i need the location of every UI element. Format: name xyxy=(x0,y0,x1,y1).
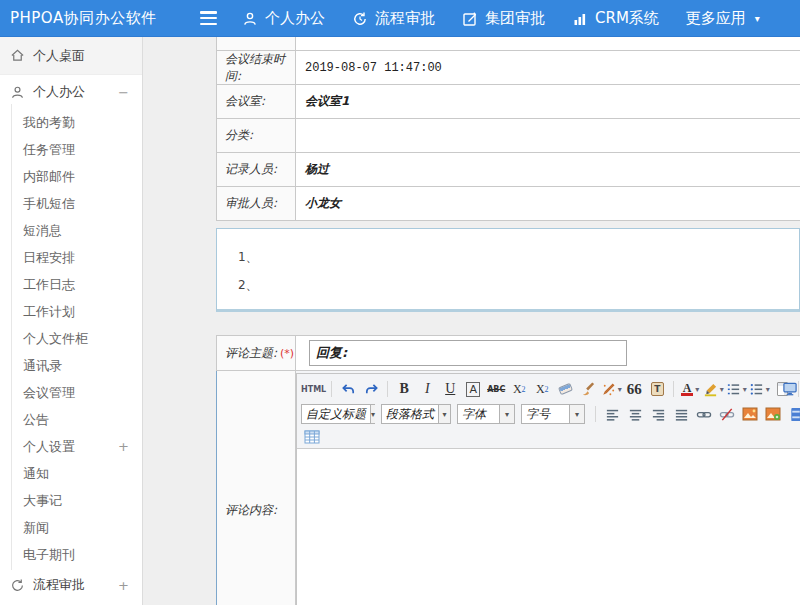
caret-down-icon: ▾ xyxy=(499,405,514,423)
align-justify-icon[interactable] xyxy=(670,404,692,424)
fullscreen-icon[interactable] xyxy=(779,378,800,398)
align-right-icon[interactable] xyxy=(647,404,669,424)
nav-personal-office[interactable]: 个人办公 xyxy=(242,9,325,28)
insert-link-icon[interactable] xyxy=(693,404,715,424)
insert-table-icon[interactable] xyxy=(301,427,323,447)
nav-label: CRM系统 xyxy=(595,9,659,28)
sidebar-item-announcement[interactable]: 公告 xyxy=(0,406,142,433)
caret-down-icon: ▾ xyxy=(569,405,584,423)
blockquote-button[interactable]: 66 xyxy=(623,379,645,399)
sidebar-item-label: 大事记 xyxy=(23,492,62,510)
sidebar-item-workflow-approval[interactable]: 流程审批 + xyxy=(0,568,142,602)
sidebar-item-personal-file-cabinet[interactable]: 个人文件柜 xyxy=(0,325,142,352)
font-color-button[interactable]: A▾ xyxy=(679,379,701,399)
insert-image-icon[interactable] xyxy=(739,404,761,424)
align-left-icon[interactable] xyxy=(601,404,623,424)
format-brush-icon[interactable] xyxy=(577,379,599,399)
field-value: 2019-08-07 11:47:00 xyxy=(296,51,800,84)
eraser-icon[interactable] xyxy=(554,379,576,399)
toolbar-row-1: HTML B I U A ABC X2 X2 xyxy=(301,377,800,401)
toolbar-separator xyxy=(387,381,388,397)
nav-label: 更多应用 xyxy=(686,9,746,28)
sidebar-item-work-plan[interactable]: 工作计划 xyxy=(0,298,142,325)
app-logo[interactable]: PHPOA协同办公软件 xyxy=(10,0,157,37)
person-icon xyxy=(242,11,258,27)
undo-icon[interactable] xyxy=(337,379,359,399)
strikethrough-button[interactable]: ABC xyxy=(485,379,507,399)
html-source-button[interactable]: HTML xyxy=(301,379,326,399)
toolbar-row-2: 自定义标题▾ 段落格式▾ 字体▾ 字号▾ xyxy=(301,401,800,427)
underline-button[interactable]: U xyxy=(439,379,461,399)
caret-down-icon: ▾ xyxy=(618,385,622,394)
sidebar-item-label: 电子期刊 xyxy=(23,546,75,564)
editor-content-area[interactable] xyxy=(297,449,800,605)
field-value: 杨过 xyxy=(296,153,800,186)
unordered-list-icon[interactable]: ▾ xyxy=(748,379,770,399)
bold-button[interactable]: B xyxy=(393,379,415,399)
sidebar-item-e-journal[interactable]: 电子期刊 xyxy=(0,541,142,568)
nav-crm-system[interactable]: CRM系统 xyxy=(572,9,659,28)
font-size-select[interactable]: 字号▾ xyxy=(521,404,585,424)
italic-button[interactable]: I xyxy=(416,379,438,399)
table-row-approver: 审批人员: 小龙女 xyxy=(216,187,800,221)
sidebar-item-meeting-management[interactable]: 会议管理 xyxy=(0,379,142,406)
font-style-button[interactable]: A xyxy=(462,379,484,399)
field-value xyxy=(296,336,800,370)
collapse-icon[interactable]: − xyxy=(118,85,129,100)
sidebar-item-task-management[interactable]: 任务管理 xyxy=(0,136,142,163)
paragraph-format-select[interactable]: 段落格式▾ xyxy=(381,404,451,424)
sidebar-item-internal-mail[interactable]: 内部邮件 xyxy=(0,163,142,190)
sidebar-item-mobile-sms[interactable]: 手机短信 xyxy=(0,190,142,217)
hamburger-menu-icon[interactable] xyxy=(200,11,217,25)
sidebar-item-short-message[interactable]: 短消息 xyxy=(0,217,142,244)
sidebar-item-personal-desktop[interactable]: 个人桌面 xyxy=(0,37,142,75)
align-center-icon[interactable] xyxy=(624,404,646,424)
sidebar-item-label: 公告 xyxy=(23,411,49,429)
sidebar-item-notification[interactable]: 通知 xyxy=(0,460,142,487)
sidebar-item-my-attendance[interactable]: 我的考勤 xyxy=(0,109,142,136)
paste-from-word-icon[interactable]: T xyxy=(646,379,668,399)
sidebar-item-personal-office[interactable]: 个人办公 − xyxy=(0,75,142,109)
nav-workflow-approval[interactable]: 流程审批 xyxy=(352,9,435,28)
table-row-meeting-end-time: 会议结束时间: 2019-08-07 11:47:00 xyxy=(216,51,800,85)
toolbar-separator xyxy=(595,406,596,422)
sidebar: 个人桌面 个人办公 − 我的考勤 任务管理 内部邮件 手机短信 短消息 日程安排… xyxy=(0,37,143,605)
superscript-button[interactable]: X2 xyxy=(508,379,530,399)
insert-media-icon[interactable] xyxy=(785,404,800,424)
expand-icon[interactable]: + xyxy=(118,578,129,593)
sidebar-item-personal-settings[interactable]: 个人设置 + xyxy=(0,433,142,460)
sidebar-item-work-log[interactable]: 工作日志 xyxy=(0,271,142,298)
caret-down-icon: ▾ xyxy=(755,13,760,24)
comment-subject-label: 评论主题: xyxy=(225,345,277,362)
comment-subject-input[interactable] xyxy=(309,340,627,366)
ordered-list-icon[interactable]: ▾ xyxy=(725,379,747,399)
home-icon xyxy=(10,48,25,63)
highlight-color-icon[interactable]: ▾ xyxy=(702,379,724,399)
caret-down-icon: ▾ xyxy=(438,405,450,423)
sidebar-item-memorabilia[interactable]: 大事记 xyxy=(0,487,142,514)
insert-flash-icon[interactable] xyxy=(762,404,784,424)
nav-more-apps[interactable]: 更多应用 ▾ xyxy=(686,9,760,28)
expand-icon[interactable]: + xyxy=(118,439,129,454)
nav-label: 集团审批 xyxy=(485,9,545,28)
table-row-partial xyxy=(216,37,800,51)
sidebar-item-label: 通讯录 xyxy=(23,357,62,375)
caret-down-icon: ▾ xyxy=(695,385,699,394)
nav-group-approval[interactable]: 集团审批 xyxy=(462,9,545,28)
heading-select[interactable]: 自定义标题▾ xyxy=(301,404,375,424)
sidebar-item-contacts[interactable]: 通讯录 xyxy=(0,352,142,379)
content-line: 2、 xyxy=(238,271,799,299)
font-family-select[interactable]: 字体▾ xyxy=(457,404,515,424)
remove-link-icon[interactable] xyxy=(716,404,738,424)
sidebar-item-schedule[interactable]: 日程安排 xyxy=(0,244,142,271)
subscript-button[interactable]: X2 xyxy=(531,379,553,399)
sidebar-item-label: 流程审批 xyxy=(33,576,85,594)
sidebar-item-news[interactable]: 新闻 xyxy=(0,514,142,541)
bar-chart-icon xyxy=(572,11,588,27)
redo-icon[interactable] xyxy=(360,379,382,399)
sidebar-item-label: 会议管理 xyxy=(23,384,75,402)
sidebar-item-label: 内部邮件 xyxy=(23,168,75,186)
sidebar-item-label: 日程安排 xyxy=(23,249,75,267)
comment-form: 评论主题: (*) 评论内容: HTML xyxy=(216,335,800,605)
auto-typeset-icon[interactable]: ▾ xyxy=(600,379,622,399)
